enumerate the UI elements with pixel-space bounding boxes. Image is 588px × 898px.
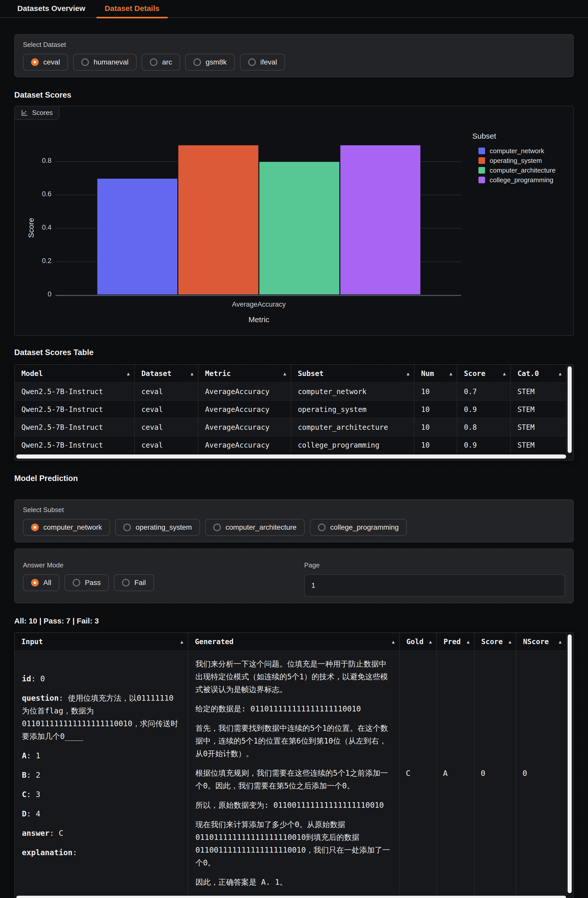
column-header-label: Model <box>21 369 43 378</box>
horizontal-scrollbar[interactable] <box>16 455 566 458</box>
legend-item-computer-architecture[interactable]: computer_architecture <box>472 165 556 175</box>
dataset-option-ceval[interactable]: ceval <box>23 54 68 71</box>
sort-arrow-icon: ▲ <box>429 639 432 644</box>
select-dataset-radio-group: cevalhumanevalarcgsm8kifeval <box>23 54 565 71</box>
column-header-num[interactable]: Num▲ <box>414 365 457 383</box>
radio-icon <box>81 58 89 66</box>
page-input[interactable] <box>304 574 565 597</box>
vertical-scrollbar[interactable] <box>568 634 572 893</box>
table-row: Qwen2.5-7B-InstructcevalAverageAccuracyc… <box>15 418 567 436</box>
scatter-plot-icon <box>21 109 28 117</box>
table-cell: 0.7 <box>457 383 511 400</box>
prediction-table-header-row: Input▲Generated▲Gold▲Pred▲Score▲NScore▲ <box>15 633 567 651</box>
answer-mode-option-fail[interactable]: Fail <box>114 574 154 591</box>
column-header-pred[interactable]: Pred▲ <box>437 633 474 651</box>
radio-icon <box>122 579 130 586</box>
table-cell: ceval <box>135 383 198 400</box>
tab-datasets-overview[interactable]: Datasets Overview <box>9 0 94 18</box>
legend-item-label: computer_network <box>490 147 544 155</box>
table-cell: ceval <box>135 436 198 454</box>
column-header-subset[interactable]: Subset▲ <box>291 365 414 383</box>
dataset-option-arc[interactable]: arc <box>142 54 180 71</box>
table-cell: STEM <box>511 383 567 400</box>
column-header-score[interactable]: Score▲ <box>457 365 511 383</box>
table-cell: computer_architecture <box>291 418 414 436</box>
select-subset-label: Select Subset <box>23 506 565 514</box>
vertical-scrollbar[interactable] <box>568 366 572 453</box>
x-tick-label: AverageAccuracy <box>183 300 335 308</box>
dataset-option-humaneval[interactable]: humaneval <box>73 54 137 71</box>
column-header-label: Score <box>481 638 503 646</box>
bar-computer-architecture <box>259 161 340 295</box>
bar-college-programming <box>340 145 421 295</box>
table-cell: Qwen2.5-7B-Instruct <box>15 436 135 454</box>
subset-option-label: college_programming <box>330 523 399 532</box>
column-header-dataset[interactable]: Dataset▲ <box>135 365 198 383</box>
table-cell: ceval <box>135 400 198 418</box>
model-prediction-table: Input▲Generated▲Gold▲Pred▲Score▲NScore▲ … <box>14 632 574 898</box>
dataset-scores-heading: Dataset Scores <box>14 91 574 100</box>
scores-bar-chart[interactable]: Scores 00.20.40.60.8ScoreAverageAccuracy… <box>14 106 574 336</box>
select-dataset-panel: Select Dataset cevalhumanevalarcgsm8kife… <box>14 34 574 77</box>
legend-swatch <box>479 167 485 174</box>
subset-option-label: operating_system <box>135 523 192 532</box>
column-header-label: Gold <box>406 638 424 646</box>
sort-arrow-icon: ▲ <box>508 639 511 644</box>
y-tick-label: 0.2 <box>15 257 51 265</box>
legend-item-label: computer_architecture <box>490 166 556 174</box>
prediction-row: id: 0question: 使用位填充方法，以01111110为位首flag，… <box>15 651 567 895</box>
column-header-label: Score <box>464 369 485 378</box>
legend-item-college-programming[interactable]: college_programming <box>472 175 556 185</box>
radio-icon <box>123 524 131 531</box>
column-header-score[interactable]: Score▲ <box>474 633 516 651</box>
generated-paragraph: 首先，我们需要找到数据中连续的5个1的位置。在这个数据中，连续的5个1的位置在第… <box>195 722 391 760</box>
horizontal-scrollbar[interactable] <box>16 896 566 898</box>
subset-option-college-programming[interactable]: college_programming <box>310 519 407 536</box>
input-line: D: 4 <box>22 807 181 820</box>
radio-icon <box>193 58 201 66</box>
legend-item-computer-network[interactable]: computer_network <box>472 146 556 156</box>
subset-option-operating-system[interactable]: operating_system <box>115 519 200 536</box>
subset-option-computer-network[interactable]: computer_network <box>23 519 110 536</box>
input-line: question: 使用位填充方法，以01111110为位首flag，数据为01… <box>22 692 181 743</box>
sort-arrow-icon: ▲ <box>392 639 395 644</box>
column-header-cat-0[interactable]: Cat.0▲ <box>511 365 567 383</box>
x-axis-title: Metric <box>183 315 335 324</box>
input-cell: id: 0question: 使用位填充方法，以01111110为位首flag，… <box>15 651 188 895</box>
table-cell: Qwen2.5-7B-Instruct <box>15 400 135 418</box>
column-header-gold[interactable]: Gold▲ <box>399 633 437 651</box>
table-cell: STEM <box>511 436 567 454</box>
prediction-table: Input▲Generated▲Gold▲Pred▲Score▲NScore▲ … <box>15 633 567 895</box>
column-header-model[interactable]: Model▲ <box>15 365 135 383</box>
sort-arrow-icon: ▲ <box>180 639 183 644</box>
input-line: answer: C <box>22 827 181 840</box>
gold-cell: C <box>399 651 437 895</box>
column-header-label: Generated <box>195 638 233 646</box>
plot-label: Scores <box>15 106 59 120</box>
table-cell: 0.9 <box>457 436 511 454</box>
column-header-input[interactable]: Input▲ <box>15 633 188 651</box>
answer-mode-option-label: Fail <box>134 579 146 587</box>
legend-item-operating-system[interactable]: operating_system <box>472 156 556 165</box>
input-line-key: B <box>22 770 26 780</box>
dataset-option-ifeval[interactable]: ifeval <box>240 54 285 71</box>
dataset-option-label: ceval <box>43 58 60 66</box>
plot-label-text: Scores <box>32 109 53 117</box>
answer-mode-option-all[interactable]: All <box>23 574 59 591</box>
sort-arrow-icon: ▲ <box>503 371 506 376</box>
subset-option-computer-architecture[interactable]: computer_architecture <box>205 519 305 536</box>
tab-dataset-details[interactable]: Dataset Details <box>97 0 167 18</box>
page-label: Page <box>304 561 565 569</box>
column-header-generated[interactable]: Generated▲ <box>188 633 399 651</box>
answer-mode-option-pass[interactable]: Pass <box>64 574 109 591</box>
sort-arrow-icon: ▲ <box>559 371 562 376</box>
answer-mode-label: Answer Mode <box>23 561 284 569</box>
legend-item-label: operating_system <box>490 157 542 165</box>
column-header-nscore[interactable]: NScore▲ <box>516 633 567 651</box>
radio-icon <box>31 579 39 586</box>
input-line-key: D <box>22 809 26 818</box>
dataset-option-gsm8k[interactable]: gsm8k <box>185 54 235 71</box>
chart-legend: Subsetcomputer_networkoperating_systemco… <box>472 132 556 185</box>
column-header-metric[interactable]: Metric▲ <box>198 365 291 383</box>
input-line-key: A <box>22 751 26 760</box>
